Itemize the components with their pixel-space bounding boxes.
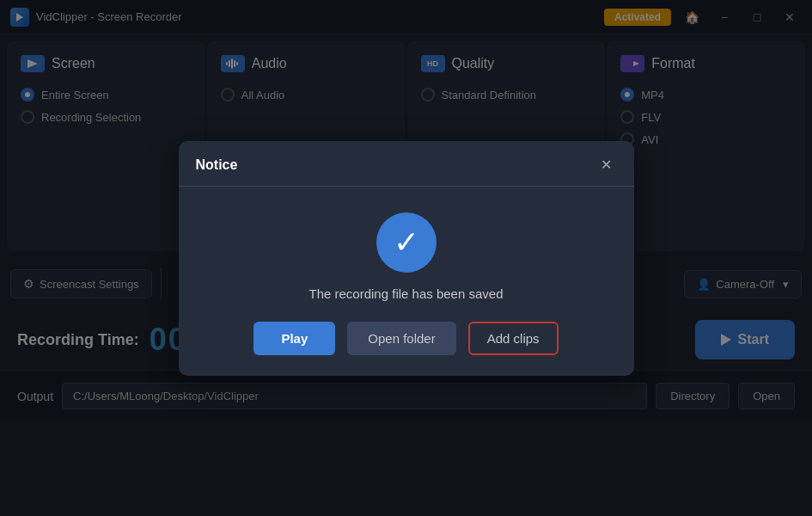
- modal-body: ✓ The recording file has been saved Play…: [179, 187, 634, 376]
- notice-modal: Notice ✕ ✓ The recording file has been s…: [179, 141, 634, 376]
- open-folder-button[interactable]: Open folder: [347, 322, 455, 355]
- success-icon: ✓: [376, 212, 437, 273]
- modal-message: The recording file has been saved: [309, 286, 504, 301]
- modal-title: Notice: [196, 157, 238, 173]
- modal-buttons: Play Open folder Add clips: [253, 322, 558, 355]
- checkmark-icon: ✓: [394, 227, 419, 258]
- modal-header: Notice ✕: [179, 141, 634, 187]
- play-button[interactable]: Play: [253, 322, 335, 355]
- modal-close-button[interactable]: ✕: [596, 155, 617, 175]
- add-clips-button[interactable]: Add clips: [468, 322, 559, 355]
- modal-overlay: Notice ✕ ✓ The recording file has been s…: [0, 0, 812, 516]
